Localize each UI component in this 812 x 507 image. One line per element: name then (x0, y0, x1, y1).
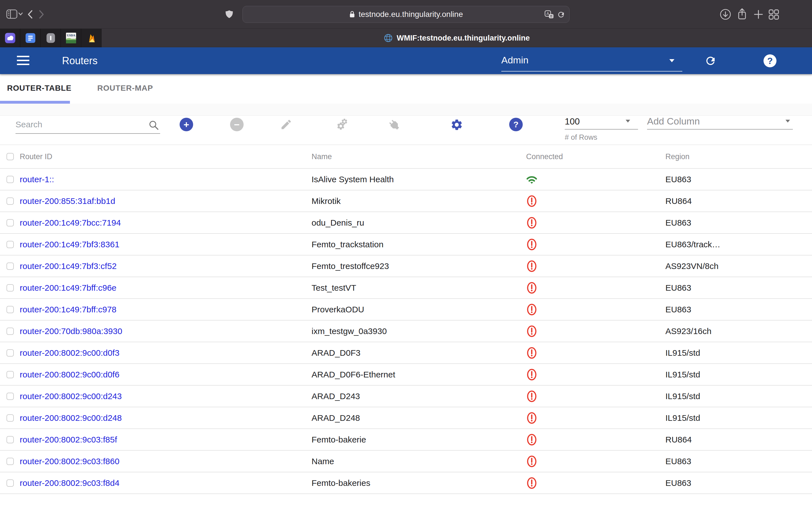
tab-overview-icon[interactable] (768, 9, 779, 20)
table-row: router-1:: IsAlive System Health EU863 (0, 169, 812, 190)
app-header: Routers Admin ? (0, 47, 812, 74)
role-select[interactable]: Admin (501, 47, 682, 74)
firebase-favicon (86, 33, 96, 43)
row-checkbox[interactable] (6, 480, 14, 487)
downloads-icon[interactable] (719, 8, 731, 20)
router-region: IL915/std (665, 370, 700, 379)
router-id-link[interactable]: router-200:8002:9c00:d243 (20, 392, 122, 401)
table-header: Router ID Name Connected Region (0, 145, 812, 169)
row-checkbox[interactable] (6, 263, 14, 270)
router-id-link[interactable]: router-200:8002:9c03:f860 (20, 457, 119, 466)
row-checkbox[interactable] (6, 436, 14, 443)
router-region: EU863 (665, 283, 691, 293)
pinned-tab-usda[interactable]: USDA (61, 29, 81, 47)
search-icon (148, 120, 160, 131)
router-id-link[interactable]: router-200:1c49:7bf3:8361 (20, 240, 119, 249)
select-underline (565, 129, 638, 129)
table-help-button[interactable]: ? (509, 118, 523, 131)
refresh-button[interactable] (704, 55, 717, 67)
router-id-link[interactable]: router-200:1c49:7bf3:cf52 (20, 262, 117, 271)
share-icon[interactable] (737, 8, 748, 20)
browser-toolbar: testnode.eu.thingularity.online A (0, 0, 812, 29)
active-tab[interactable]: WMIF:testnode.eu.thingularity.online (101, 29, 812, 47)
add-router-button[interactable]: + (180, 118, 193, 131)
error-disconnected-icon (526, 433, 537, 446)
router-name: IsAlive System Health (312, 175, 394, 184)
svg-text:A: A (546, 11, 549, 16)
connect-icon[interactable] (388, 118, 401, 132)
router-region: AS923/16ch (665, 327, 711, 336)
remove-router-button[interactable]: − (230, 118, 244, 131)
pinned-tab-cloud[interactable] (0, 29, 20, 47)
router-id-link[interactable]: router-1:: (20, 175, 54, 184)
router-id-link[interactable]: router-200:8002:9c03:f85f (20, 435, 117, 445)
row-checkbox[interactable] (6, 328, 14, 335)
rows-per-page-select[interactable]: 100 # of Rows (565, 116, 638, 142)
router-id-link[interactable]: router-200:1c49:7bff:c978 (20, 305, 116, 314)
bulk-config-icon[interactable] (336, 118, 353, 132)
add-column-select[interactable]: Add Column (647, 116, 793, 129)
row-checkbox[interactable] (6, 241, 14, 248)
pinned-tab-docs[interactable] (20, 29, 41, 47)
pinned-tab-info[interactable] (41, 29, 61, 47)
router-id-link[interactable]: router-200:8002:9c00:d248 (20, 413, 122, 423)
search-field (15, 119, 160, 134)
tab-router-table[interactable]: ROUTER-TABLE (7, 74, 71, 102)
router-id-link[interactable]: router-200:8002:9c00:d0f3 (20, 348, 119, 358)
error-disconnected-icon (526, 260, 537, 273)
new-tab-icon[interactable] (753, 9, 764, 20)
router-region: EU863 (665, 305, 691, 314)
tab-router-map[interactable]: ROUTER-MAP (97, 74, 153, 102)
row-checkbox[interactable] (6, 306, 14, 313)
router-region: EU863 (665, 218, 691, 228)
table-body: router-1:: IsAlive System Health EU863 r… (0, 169, 812, 494)
address-bar[interactable]: testnode.eu.thingularity.online A (243, 6, 569, 23)
row-checkbox[interactable] (6, 371, 14, 378)
select-underline (501, 71, 682, 71)
row-checkbox[interactable] (6, 349, 14, 356)
row-checkbox[interactable] (6, 219, 14, 226)
edit-icon[interactable] (280, 118, 292, 131)
lock-icon (349, 10, 355, 18)
router-name: Test_testVT (312, 283, 356, 293)
help-button[interactable]: ? (763, 54, 776, 67)
row-checkbox[interactable] (6, 393, 14, 400)
column-connected: Connected (526, 152, 563, 161)
router-id-link[interactable]: router-200:8002:9c03:f8d4 (20, 478, 119, 488)
router-id-link[interactable]: router-200:8002:9c00:d0f6 (20, 370, 119, 379)
pinned-tab-firebase[interactable] (81, 29, 101, 47)
settings-icon[interactable] (450, 118, 463, 131)
select-all-checkbox[interactable] (6, 153, 14, 160)
search-input[interactable] (15, 119, 160, 134)
row-checkbox[interactable] (6, 284, 14, 291)
usda-favicon: USDA (66, 33, 76, 43)
menu-icon[interactable] (17, 56, 29, 68)
reload-icon[interactable] (557, 10, 565, 19)
row-checkbox[interactable] (6, 198, 14, 205)
router-id-link[interactable]: router-200:1c49:7bff:c96e (20, 283, 116, 293)
translate-icon[interactable]: A (545, 10, 554, 19)
error-disconnected-icon (526, 390, 537, 403)
view-tabs: ROUTER-TABLE ROUTER-MAP (0, 74, 812, 104)
row-checkbox[interactable] (6, 414, 14, 421)
privacy-shield-icon[interactable] (225, 9, 234, 19)
router-name: ARAD_D0F3 (312, 348, 360, 358)
error-disconnected-icon (526, 476, 537, 490)
forward-button-icon[interactable] (38, 10, 45, 19)
router-name: Femto_trestoffce923 (312, 262, 389, 271)
back-button-icon[interactable] (27, 10, 33, 19)
router-id-link[interactable]: router-200:70db:980a:3930 (20, 327, 122, 336)
router-table-card: + − ? 100 (0, 115, 812, 507)
chevron-down-icon (785, 120, 790, 122)
row-checkbox[interactable] (6, 458, 14, 465)
sidebar-menu-chevron-icon[interactable] (18, 12, 23, 16)
table-row: router-200:1c49:7bcc:7194 odu_Denis_ru E… (0, 212, 812, 234)
table-row: router-200:8002:9c00:d0f6 ARAD_D0F6-Ethe… (0, 364, 812, 386)
row-checkbox[interactable] (6, 176, 14, 183)
chevron-down-icon (669, 59, 674, 62)
active-tab-underline (0, 101, 70, 104)
router-id-link[interactable]: router-200:1c49:7bcc:7194 (20, 218, 121, 228)
error-disconnected-icon (526, 455, 537, 468)
router-id-link[interactable]: router-200:855:31af:bb1d (20, 196, 115, 206)
table-row: router-200:8002:9c00:d243 ARAD_D243 IL91… (0, 386, 812, 407)
